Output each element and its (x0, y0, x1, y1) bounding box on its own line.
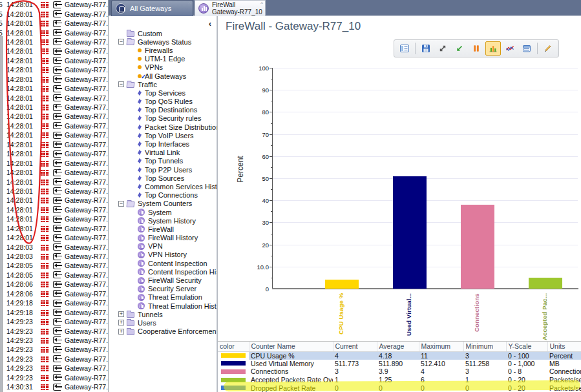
expand-node-icon[interactable]: + (118, 320, 124, 325)
sidebar-item-utm-1-edge[interactable]: UTM-1 Edge (109, 55, 217, 63)
table-row-cpu-usage-[interactable]: CPU Usage %44.181130 - 100Percent (218, 351, 581, 360)
column-header-color[interactable]: color (218, 342, 249, 351)
log-row[interactable]: 5 14:28:01 Gateway-R77... (0, 103, 108, 112)
sidebar-item-custom[interactable]: Custom (109, 29, 217, 37)
sidebar-item-firewall-security[interactable]: FireWall Security (109, 276, 217, 284)
log-row[interactable]: 5 14:28:01 Gateway-R77... (0, 224, 108, 233)
log-row[interactable]: 5 14:29:23 Gateway-R77... (0, 336, 108, 345)
table-view-icon[interactable] (519, 41, 534, 56)
log-row[interactable]: 5 14:28:01 Gateway-R77... (0, 19, 108, 28)
log-row[interactable]: 5 14:28:01 Gateway-R77... (0, 158, 108, 167)
sidebar-item-top-tunnels[interactable]: Top Tunnels (109, 157, 217, 165)
sidebar-item-top-services[interactable]: Top Services (109, 88, 217, 97)
tab-all-gateways[interactable]: All Gateways ^ (111, 0, 193, 16)
sidebar-item-threat-emulation-history[interactable]: Threat Emulation History (109, 302, 217, 310)
log-row[interactable]: 5 14:29:23 Gateway-R77... (0, 373, 108, 382)
pause-icon[interactable] (469, 41, 484, 56)
log-row[interactable]: 5 14:28:01 Gateway-R77... (0, 56, 108, 65)
log-row[interactable]: 5 14:28:06 Gateway-R77... (0, 280, 108, 289)
log-row[interactable]: 5 14:28:01 Gateway-R77... (0, 187, 108, 196)
edit-icon[interactable] (540, 41, 556, 56)
sidebar-item-threat-emulation[interactable]: Threat Emulation (109, 293, 217, 302)
column-header-average[interactable]: Average (377, 342, 419, 351)
column-header-y-scale[interactable]: Y-Scale (506, 342, 547, 351)
expand-node-icon[interactable]: + (118, 311, 124, 317)
sidebar-item-top-destinations[interactable]: Top Destinations (109, 106, 217, 114)
table-row-accepted-packets-rate-over-[interactable]: Accepted Packets Rate Over...11.25610 - … (218, 376, 581, 384)
sidebar-item-content-inspection[interactable]: Content Inspection (109, 259, 217, 267)
sidebar-item-system-counters[interactable]: −System Counters (109, 200, 217, 208)
sidebar-item-tunnels[interactable]: +Tunnels (109, 310, 217, 318)
collapse-node-icon[interactable]: − (118, 201, 124, 207)
sidebar-item-firewall-history[interactable]: FireWall History (109, 234, 217, 242)
save-icon[interactable] (418, 41, 434, 56)
log-row[interactable]: 5 14:28:01 Gateway-R77... (0, 149, 108, 158)
table-row-used-virtual-memory[interactable]: Used Virtual Memory511.773511.890512.410… (218, 360, 581, 368)
sidebar-item-common-services-history[interactable]: Common Services History (109, 182, 217, 191)
log-row[interactable]: 5 14:28:01 Gateway-R77... (0, 84, 108, 93)
sidebar-item-top-interfaces[interactable]: Top Interfaces (109, 139, 217, 148)
sidebar-item-system-history[interactable]: System History (109, 216, 217, 225)
log-row[interactable]: 5 14:28:01 Gateway-R77... (0, 9, 108, 18)
sidebar-item-firewall[interactable]: FireWall (109, 225, 217, 233)
log-row[interactable]: 5 14:28:03 Gateway-R77... (0, 252, 108, 261)
expand-node-icon[interactable]: + (118, 329, 124, 335)
log-row[interactable]: 5 14:28:01 Gateway-R77... (0, 214, 108, 223)
sidebar-item-top-voip-users[interactable]: Top VoIP Users (109, 131, 217, 139)
tab-pin-icon[interactable]: ^ (188, 1, 191, 6)
log-row[interactable]: 5 14:28:01 Gateway-R77... (0, 168, 108, 177)
log-row[interactable]: 5 14:28:01 Gateway-R77... (0, 28, 108, 37)
log-row[interactable]: 5 14:28:01 Gateway-R77... (0, 46, 108, 56)
sidebar-item-vpns[interactable]: VPNs (109, 63, 217, 72)
sidebar-item-all-gateways[interactable]: ✓All Gateways (109, 72, 217, 80)
table-row-connections[interactable]: Connections33.9430 - 8Connections (218, 367, 581, 376)
column-header-minimum[interactable]: Minimum (463, 342, 506, 351)
collapse-node-icon[interactable]: − (118, 81, 124, 87)
sidebar-item-top-p2p-users[interactable]: Top P2P Users (109, 165, 217, 174)
column-header-counter-name[interactable]: Counter Name (249, 342, 333, 351)
log-row[interactable]: 5 14:28:01 Gateway-R77... (0, 75, 108, 84)
shrink-icon[interactable] (452, 41, 467, 56)
sidebar-item-vpn-history[interactable]: VPN History (109, 251, 217, 259)
log-row[interactable]: 5 14:28:01 Gateway-R77... (0, 233, 108, 242)
log-row[interactable]: 5 14:28:01 Gateway-R77... (0, 65, 108, 74)
log-row[interactable]: 5 14:28:01 Gateway-R77... (0, 130, 108, 139)
log-row[interactable]: 5 14:29:23 Gateway-R77... (0, 317, 108, 326)
log-row[interactable]: 5 14:28:01 Gateway-R77... (0, 205, 108, 214)
sidebar-item-virtual-link[interactable]: Virtual Link (109, 149, 217, 157)
sidebar-item-top-sources[interactable]: Top Sources (109, 174, 217, 182)
log-row[interactable]: 5 14:28:01 Gateway-R77... (0, 121, 108, 130)
properties-icon[interactable] (397, 41, 412, 56)
log-row[interactable]: 5 14:29:23 Gateway-R77... (0, 364, 108, 373)
sidebar-item-traffic[interactable]: −Traffic (109, 80, 217, 88)
log-row[interactable]: 5 14:28:01 Gateway-R77... (0, 0, 108, 9)
column-header-units[interactable]: Units (547, 342, 581, 351)
log-row[interactable]: 5 14:28:01 Gateway-R77... (0, 112, 108, 121)
expand-icon[interactable] (435, 41, 450, 56)
log-row[interactable]: 5 14:28:05 Gateway-R77... (0, 261, 108, 270)
line-chart-icon[interactable] (502, 41, 518, 56)
log-row[interactable]: 5 14:29:18 Gateway-R77... (0, 298, 108, 307)
sidebar-item-gateways-status[interactable]: −Gateways Status (109, 37, 217, 46)
log-row[interactable]: 5 14:30:31 Gateway-R77... (0, 382, 108, 391)
log-row[interactable]: 5 14:28:01 Gateway-R77... (0, 196, 108, 205)
log-row[interactable]: 5 14:28:03 Gateway-R77... (0, 242, 108, 251)
log-row[interactable]: 5 14:28:01 Gateway-R77... (0, 177, 108, 186)
collapse-panel-icon[interactable]: ‹ (209, 19, 211, 28)
collapse-node-icon[interactable]: − (118, 39, 124, 45)
sidebar-item-packet-size-distribution[interactable]: Packet Size Distribution (109, 123, 217, 131)
sidebar-item-top-qos-rules[interactable]: Top QoS Rules (109, 98, 217, 106)
log-row[interactable]: 5 14:28:06 Gateway-R77... (0, 289, 108, 298)
tab-firewall-gateway[interactable]: FireWall Gateway-R77_10 ^ (195, 0, 266, 16)
log-row[interactable]: 5 14:29:23 Gateway-R77... (0, 355, 108, 364)
sidebar-item-top-connections[interactable]: Top Connections (109, 191, 217, 200)
log-row[interactable]: 5 14:28:01 Gateway-R77... (0, 140, 108, 149)
sidebar-item-users[interactable]: +Users (109, 318, 217, 327)
sidebar-item-vpn[interactable]: VPN (109, 242, 217, 251)
log-row[interactable]: 5 14:28:01 Gateway-R77... (0, 37, 108, 46)
tab-pin-icon[interactable]: ^ (260, 1, 263, 6)
log-row[interactable]: 5 14:29:23 Gateway-R77... (0, 326, 108, 335)
table-row-dropped-packet-rate[interactable]: Dropped Packet Rate00000 - 20Packets/sec (218, 384, 581, 392)
sidebar-item-system[interactable]: System (109, 208, 217, 216)
log-row[interactable]: 5 14:29:18 Gateway-R77... (0, 307, 108, 316)
